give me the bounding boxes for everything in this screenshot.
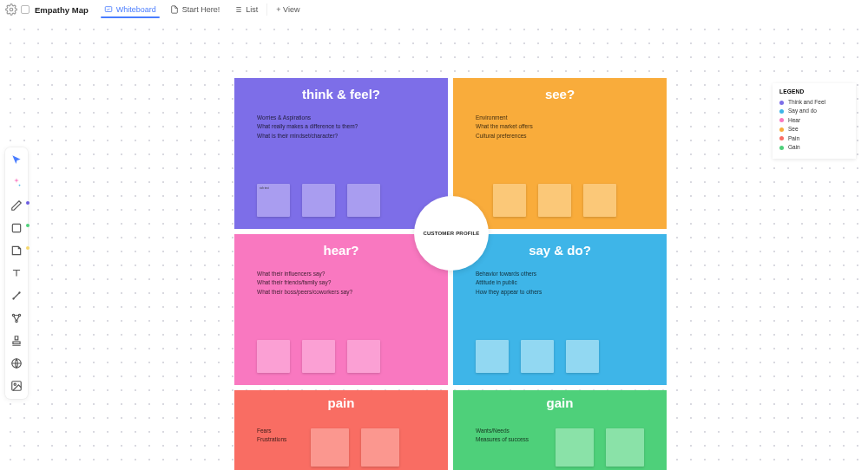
quad-prompts: Fears Frustrations — [257, 427, 286, 445]
tool-text[interactable] — [9, 265, 24, 281]
sticky-note[interactable] — [521, 340, 554, 373]
tab-add-view[interactable]: + View — [269, 2, 306, 17]
legend-dot — [779, 136, 784, 140]
tool-sticky[interactable] — [9, 243, 24, 258]
prompt-line: Frustrations — [257, 435, 286, 444]
stickies-row — [556, 428, 644, 467]
tool-connector[interactable] — [9, 288, 24, 304]
svg-point-12 — [18, 314, 20, 316]
cursor-icon — [10, 154, 23, 166]
prompt-line: Measures of success — [476, 435, 529, 444]
legend-label: See — [788, 125, 799, 134]
sticky-note[interactable] — [361, 428, 399, 467]
tab-start-here[interactable]: Start Here! — [163, 2, 227, 17]
prompt-line: Wants/Needs — [476, 427, 529, 435]
quad-hear[interactable]: hear? What their influencers say? What t… — [234, 234, 448, 385]
stamp-icon — [10, 335, 23, 347]
prompt-line: How they appear to others — [476, 288, 667, 297]
tool-select[interactable] — [9, 153, 24, 168]
tab-list[interactable]: List — [227, 2, 265, 17]
svg-point-0 — [10, 8, 13, 11]
globe-icon — [10, 357, 23, 369]
nodes-icon — [10, 312, 23, 324]
svg-rect-8 — [12, 224, 20, 232]
quad-title: see? — [453, 87, 667, 101]
sticky-note[interactable] — [302, 340, 335, 373]
gear-icon[interactable] — [5, 3, 17, 16]
empathy-map-board: think & feel? Worries & Aspirations What… — [234, 78, 667, 470]
square-icon — [10, 222, 23, 234]
tool-relation[interactable] — [9, 310, 24, 326]
legend-label: Say and do — [788, 107, 817, 115]
tab-label: + View — [276, 5, 299, 14]
sticky-note[interactable] — [583, 184, 616, 217]
sticky-note[interactable] — [257, 184, 290, 217]
stickies-row — [257, 340, 380, 373]
sticky-note[interactable] — [311, 428, 349, 467]
prompt-line: What really makes a difference to them? — [257, 122, 448, 131]
prompt-line: What the market offers — [476, 122, 667, 131]
sticky-note[interactable] — [538, 184, 571, 217]
quad-prompts: Worries & Aspirations What really makes … — [257, 114, 448, 140]
legend-dot — [779, 127, 784, 132]
legend-label: Think and Feel — [788, 98, 825, 107]
legend-label: Pain — [788, 134, 799, 143]
sticky-note[interactable] — [566, 340, 599, 373]
whiteboard-canvas[interactable]: think & feel? Worries & Aspirations What… — [0, 19, 868, 470]
prompt-line: Worries & Aspirations — [257, 114, 448, 122]
prompt-line: What is their mindset/character? — [257, 132, 448, 140]
prompt-line: Fears — [257, 427, 286, 435]
image-icon — [10, 380, 23, 392]
svg-point-11 — [12, 314, 14, 316]
svg-point-16 — [14, 383, 16, 385]
sticky-note[interactable] — [493, 184, 526, 217]
legend-dot — [779, 101, 784, 105]
color-dot — [26, 246, 30, 250]
tool-web[interactable] — [9, 356, 24, 371]
svg-point-9 — [13, 298, 14, 299]
tab-label: Whiteboard — [116, 5, 156, 14]
stickies-row — [476, 340, 599, 373]
legend-title: LEGEND — [779, 88, 849, 95]
quad-pain[interactable]: pain Fears Frustrations — [234, 390, 448, 470]
sticky-note[interactable] — [606, 428, 644, 467]
wand-icon — [10, 290, 23, 302]
prompt-line: Attitude in public — [476, 278, 667, 287]
tool-ai[interactable] — [9, 175, 24, 191]
quad-prompts: What their influencers say? What their f… — [257, 270, 448, 297]
prompt-line: Behavior towards others — [476, 270, 667, 278]
legend-row: Think and Feel — [779, 98, 849, 107]
quad-think-feel[interactable]: think & feel? Worries & Aspirations What… — [234, 78, 448, 229]
select-checkbox[interactable] — [21, 5, 30, 14]
tool-stamp[interactable] — [9, 333, 24, 349]
sticky-note[interactable] — [347, 184, 380, 217]
legend-row: Say and do — [779, 107, 849, 115]
legend-card[interactable]: LEGEND Think and Feel Say and do Hear Se… — [773, 83, 856, 159]
color-dot — [26, 224, 30, 227]
sticky-note[interactable] — [556, 428, 594, 467]
prompt-line: What their influencers say? — [257, 270, 448, 278]
customer-profile-circle[interactable]: CUSTOMER PROFILE — [414, 196, 489, 271]
tab-whiteboard[interactable]: Whiteboard — [97, 2, 163, 17]
sticky-note[interactable] — [257, 340, 290, 373]
sticky-icon — [10, 245, 23, 257]
quad-title: pain — [234, 395, 448, 410]
sticky-note[interactable] — [302, 184, 335, 217]
tab-label: List — [246, 5, 258, 14]
legend-row: Pain — [779, 134, 849, 143]
tool-sidebar — [5, 147, 28, 399]
sticky-note[interactable] — [476, 340, 509, 373]
doc-icon — [170, 5, 179, 14]
legend-label: Gain — [788, 143, 800, 152]
quad-see[interactable]: see? Environment What the market offers … — [453, 78, 667, 229]
topbar: Empathy Map Whiteboard Start Here! List … — [0, 0, 868, 19]
stickies-row — [493, 184, 616, 217]
tool-pen[interactable] — [9, 198, 24, 213]
color-dot — [26, 201, 30, 205]
sticky-note[interactable] — [347, 340, 380, 373]
quad-say-do[interactable]: say & do? Behavior towards others Attitu… — [453, 234, 667, 385]
prompt-line: Cultural preferences — [476, 132, 667, 140]
quad-gain[interactable]: gain Wants/Needs Measures of success — [453, 390, 667, 470]
tool-shape[interactable] — [9, 220, 24, 236]
tool-image[interactable] — [9, 378, 24, 394]
